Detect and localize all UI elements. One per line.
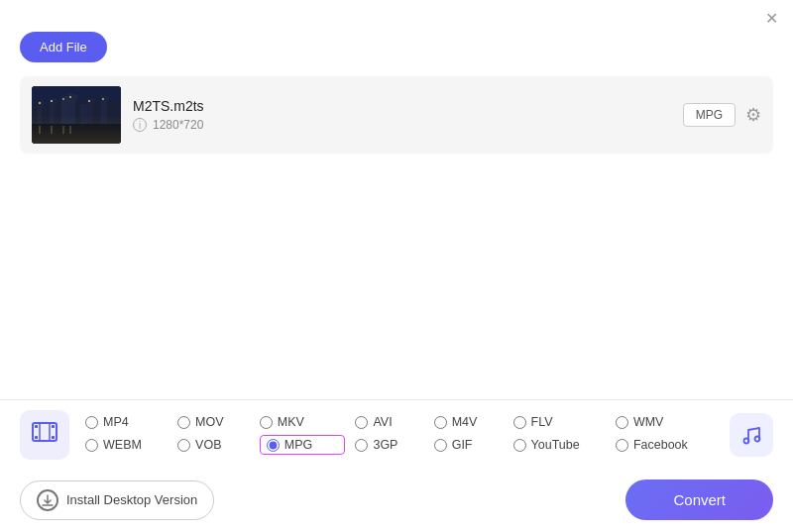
file-meta: i 1280*720: [133, 118, 671, 132]
svg-rect-20: [88, 100, 90, 102]
format-label-avi[interactable]: AVI: [373, 415, 392, 429]
format-label-webm[interactable]: WEBM: [103, 438, 142, 452]
file-item: M2TS.m2ts i 1280*720 MPG ⚙: [20, 76, 773, 154]
format-label-3gp[interactable]: 3GP: [373, 438, 397, 452]
format-option-facebook[interactable]: Facebook: [616, 435, 714, 455]
info-icon: i: [133, 118, 147, 132]
main-content: Add File: [0, 32, 793, 154]
install-button-label: Install Desktop Version: [66, 492, 197, 507]
convert-button[interactable]: Convert: [625, 479, 773, 520]
close-button[interactable]: ✕: [761, 8, 781, 28]
svg-rect-33: [52, 436, 55, 439]
svg-rect-31: [35, 436, 38, 439]
format-option-wmv[interactable]: WMV: [616, 415, 714, 429]
settings-icon[interactable]: ⚙: [745, 104, 761, 126]
format-option-mkv[interactable]: MKV: [260, 415, 346, 429]
svg-rect-24: [62, 126, 64, 134]
file-actions: MPG ⚙: [683, 103, 761, 127]
bottom-bar: MP4 MOV MKV AVI M4V FLV: [0, 399, 793, 532]
format-option-flv[interactable]: FLV: [513, 415, 606, 429]
format-option-mp4[interactable]: MP4: [85, 415, 168, 429]
svg-rect-2: [32, 121, 121, 144]
svg-rect-22: [39, 126, 41, 134]
svg-rect-15: [107, 100, 121, 124]
svg-rect-30: [35, 425, 38, 428]
file-thumbnail: [32, 86, 121, 144]
format-label-youtube[interactable]: YouTube: [531, 438, 580, 452]
svg-rect-32: [52, 425, 55, 428]
format-label-mp4[interactable]: MP4: [103, 415, 129, 429]
action-bar: Install Desktop Version Convert: [0, 470, 793, 532]
format-option-3gp[interactable]: 3GP: [355, 435, 423, 455]
format-label-facebook[interactable]: Facebook: [633, 438, 688, 452]
format-label-mov[interactable]: MOV: [195, 415, 223, 429]
svg-rect-21: [102, 98, 104, 100]
format-label-m4v[interactable]: M4V: [452, 415, 478, 429]
add-file-button[interactable]: Add File: [20, 32, 107, 62]
format-label-wmv[interactable]: WMV: [633, 415, 664, 429]
format-option-webm[interactable]: WEBM: [85, 435, 168, 455]
svg-rect-16: [39, 102, 41, 104]
format-option-mov[interactable]: MOV: [177, 415, 250, 429]
format-label-flv[interactable]: FLV: [531, 415, 553, 429]
format-grid: MP4 MOV MKV AVI M4V FLV: [85, 415, 714, 455]
thumbnail-image: [32, 86, 121, 144]
format-label-vob[interactable]: VOB: [195, 438, 221, 452]
format-label-mpg[interactable]: MPG: [284, 438, 312, 452]
svg-rect-25: [69, 126, 71, 134]
svg-point-34: [744, 439, 749, 444]
format-option-gif[interactable]: GIF: [434, 435, 504, 455]
format-badge[interactable]: MPG: [683, 103, 736, 127]
download-icon: [37, 489, 58, 511]
film-icon: [32, 419, 57, 451]
format-option-youtube[interactable]: YouTube: [513, 435, 606, 455]
file-resolution: 1280*720: [153, 118, 203, 132]
format-label-gif[interactable]: GIF: [452, 438, 473, 452]
file-name: M2TS.m2ts: [133, 98, 671, 114]
format-option-avi[interactable]: AVI: [355, 415, 423, 429]
format-option-vob[interactable]: VOB: [177, 435, 250, 455]
svg-rect-17: [51, 100, 53, 102]
format-section: MP4 MOV MKV AVI M4V FLV: [0, 400, 793, 470]
file-info: M2TS.m2ts i 1280*720: [133, 98, 671, 132]
svg-rect-19: [69, 96, 71, 98]
svg-point-35: [755, 437, 760, 442]
svg-rect-27: [33, 428, 57, 436]
svg-rect-23: [51, 126, 53, 134]
format-label-mkv[interactable]: MKV: [278, 415, 304, 429]
title-bar: ✕: [0, 0, 793, 32]
empty-area: [0, 154, 793, 347]
format-option-mpg[interactable]: MPG: [260, 435, 346, 455]
svg-rect-18: [62, 98, 64, 100]
format-option-m4v[interactable]: M4V: [434, 415, 504, 429]
video-format-icon-container[interactable]: [20, 410, 69, 460]
install-desktop-button[interactable]: Install Desktop Version: [20, 480, 214, 520]
audio-format-icon-container[interactable]: [730, 413, 773, 457]
